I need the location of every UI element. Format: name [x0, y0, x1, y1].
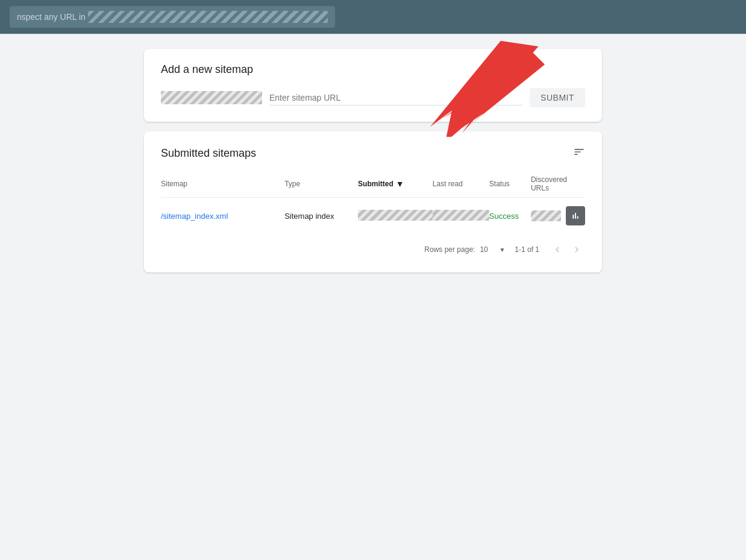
main-content: Add a new sitemap SUBMIT Submitted sitem… [0, 34, 746, 297]
submitted-sitemaps-title: Submitted sitemaps [161, 147, 256, 160]
sitemaps-table: Sitemap Type Submitted ▼ Last read [161, 171, 585, 234]
rows-per-page-select[interactable]: 10 25 50 [480, 245, 497, 254]
table-header-row: Sitemap Type Submitted ▼ Last read [161, 171, 585, 198]
url-inspect-input-wrap[interactable]: nspect any URL in [10, 6, 335, 28]
td-discovered-urls [531, 198, 585, 234]
last-read-date-redacted [433, 210, 489, 221]
top-bar-label: nspect any URL in [17, 12, 86, 22]
pagination-row: Rows per page: 10 25 50 ▼ 1-1 of 1 [161, 234, 585, 258]
th-status: Status [489, 171, 531, 198]
td-status: Success [489, 198, 531, 234]
sitemap-link[interactable]: /sitemap_index.xml [161, 212, 228, 221]
sitemap-url-input[interactable] [269, 90, 522, 105]
bar-chart-icon [571, 211, 580, 221]
dropdown-arrow-icon: ▼ [499, 247, 505, 253]
chart-button[interactable] [566, 206, 585, 225]
top-bar-redacted-value [88, 11, 328, 23]
th-submitted[interactable]: Submitted ▼ [358, 171, 433, 198]
submitted-sitemaps-card: Submitted sitemaps Sitemap Type [144, 131, 602, 272]
sitemap-prefix-redacted [161, 91, 262, 104]
prev-page-button[interactable] [549, 241, 566, 258]
th-discovered-urls: Discovered URLs [531, 171, 585, 198]
th-last-read: Last read [433, 171, 489, 198]
td-submitted [358, 198, 433, 234]
rows-per-page: Rows per page: 10 25 50 ▼ [424, 245, 505, 254]
add-sitemap-title: Add a new sitemap [161, 63, 585, 76]
chevron-left-icon [552, 244, 563, 255]
submitted-date-redacted [358, 210, 433, 221]
td-sitemap: /sitemap_index.xml [161, 198, 284, 234]
pagination-nav [549, 241, 585, 258]
pagination-info: 1-1 of 1 [515, 245, 539, 254]
td-last-read [433, 198, 489, 234]
chevron-right-icon [571, 244, 582, 255]
rows-per-page-label: Rows per page: [424, 245, 475, 254]
td-type: Sitemap index [284, 198, 358, 234]
sitemap-input-row: SUBMIT [161, 88, 585, 107]
submit-button[interactable]: SUBMIT [530, 88, 585, 107]
sort-arrow-icon: ▼ [396, 179, 404, 189]
filter-icon [573, 146, 585, 158]
th-sitemap: Sitemap [161, 171, 284, 198]
status-badge: Success [489, 212, 519, 221]
filter-button[interactable] [573, 146, 585, 161]
add-sitemap-card: Add a new sitemap SUBMIT [144, 49, 602, 122]
rows-select-wrap[interactable]: 10 25 50 ▼ [480, 245, 505, 254]
th-type: Type [284, 171, 358, 198]
discovered-urls-redacted [531, 210, 561, 221]
next-page-button[interactable] [568, 241, 585, 258]
table-row: /sitemap_index.xml Sitemap index Success [161, 198, 585, 234]
card-header-row: Submitted sitemaps [161, 146, 585, 161]
top-bar: nspect any URL in [0, 0, 746, 34]
